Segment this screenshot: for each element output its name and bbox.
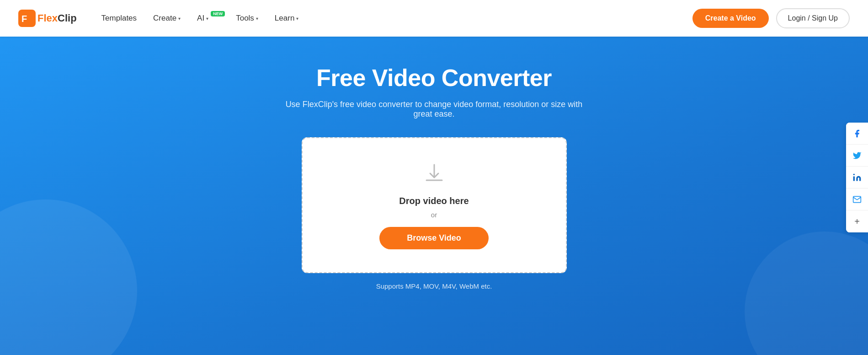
- hero-section: Free Video Converter Use FlexClip's free…: [0, 37, 868, 355]
- ai-chevron-icon: ▾: [206, 16, 208, 21]
- nav-learn[interactable]: Learn ▾: [268, 10, 305, 27]
- facebook-share-button[interactable]: [846, 123, 868, 145]
- upload-card[interactable]: Drop video here or Browse Video: [302, 137, 567, 273]
- nav-create[interactable]: Create ▾: [147, 10, 187, 27]
- login-signup-button[interactable]: Login / Sign Up: [776, 8, 850, 28]
- logo[interactable]: F FlexClip: [18, 10, 77, 27]
- svg-rect-2: [853, 176, 855, 181]
- nav-actions: Create a Video Login / Sign Up: [692, 8, 850, 28]
- create-video-button[interactable]: Create a Video: [692, 9, 769, 28]
- upload-icon: [422, 161, 447, 188]
- nav-links: Templates Create ▾ AI NEW ▾ Tools ▾ Lear…: [95, 10, 692, 27]
- create-chevron-icon: ▾: [178, 16, 181, 21]
- browse-video-button[interactable]: Browse Video: [379, 227, 489, 249]
- supports-text: Supports MP4, MOV, M4V, WebM etc.: [376, 282, 492, 290]
- twitter-share-button[interactable]: [846, 145, 868, 167]
- learn-chevron-icon: ▾: [296, 16, 298, 21]
- hero-title: Free Video Converter: [316, 64, 552, 91]
- tools-chevron-icon: ▾: [256, 16, 258, 21]
- nav-tools[interactable]: Tools ▾: [229, 10, 265, 27]
- linkedin-share-button[interactable]: [846, 167, 868, 188]
- svg-text:F: F: [21, 14, 27, 24]
- logo-text: FlexClip: [37, 12, 77, 24]
- ai-new-badge: NEW: [211, 11, 225, 16]
- hero-subtitle: Use FlexClip's free video converter to c…: [279, 100, 590, 119]
- logo-icon: F: [18, 10, 36, 27]
- email-share-button[interactable]: [846, 188, 868, 210]
- nav-ai[interactable]: AI NEW ▾: [191, 10, 226, 27]
- or-text: or: [431, 211, 437, 219]
- svg-point-3: [853, 173, 855, 175]
- navbar: F FlexClip Templates Create ▾ AI NEW ▾ T…: [0, 0, 868, 37]
- social-sidebar: +: [846, 123, 868, 232]
- more-share-button[interactable]: +: [846, 210, 868, 232]
- drop-text: Drop video here: [399, 196, 469, 206]
- nav-templates[interactable]: Templates: [95, 10, 143, 27]
